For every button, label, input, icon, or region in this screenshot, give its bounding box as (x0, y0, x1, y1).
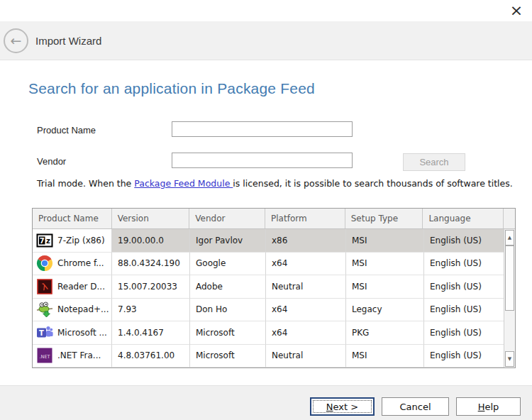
table-vertical-scrollbar[interactable]: ▲ ▼ (504, 229, 515, 368)
cell-platform: x64 (266, 253, 346, 276)
dotnet-icon: .NET (36, 347, 53, 364)
column-header-scrollbar-spacer (504, 209, 515, 228)
scroll-down-icon[interactable]: ▼ (505, 351, 514, 367)
column-header-version[interactable]: Version (112, 209, 190, 228)
cell-setup-type: PKG (346, 321, 424, 345)
cell-language: English (US) (424, 299, 505, 322)
cell-product-name: Notepad+... (57, 304, 109, 314)
table-row[interactable]: .NET .NET Fra... 4.8.03761.00 Microsoft … (33, 345, 505, 368)
package-feed-module-link[interactable]: Package Feed Module (134, 178, 233, 189)
cell-language: English (US) (424, 229, 505, 253)
cancel-button[interactable]: Cancel (382, 397, 449, 416)
cell-product-name: Reader D... (57, 282, 105, 292)
back-arrow-icon[interactable]: ← (4, 28, 28, 53)
table-header-row: Product Name Version Vendor Platform Set… (33, 209, 515, 229)
next-button[interactable]: Next > (310, 397, 375, 416)
cell-version: 4.8.03761.00 (112, 345, 190, 368)
cell-language: English (US) (424, 321, 505, 345)
trial-mode-note: Trial mode. When the Package Feed Module… (37, 178, 513, 189)
column-header-product-name[interactable]: Product Name (33, 209, 112, 228)
cell-product-name: Chrome f... (57, 258, 104, 268)
page-title: Search for an application in Package Fee… (28, 80, 315, 97)
trial-text-prefix: Trial mode. When the (37, 178, 134, 189)
cell-version: 7.93 (112, 299, 190, 322)
trial-text-suffix: is licensed, it is possible to search th… (233, 178, 512, 189)
7zip-icon: 7 z (36, 232, 53, 249)
wizard-title: Import Wizard (35, 21, 101, 60)
titlebar: × (0, 0, 532, 21)
cell-platform: x64 (266, 321, 346, 345)
table-row[interactable]: λ Reader D... 15.007.20033 Adobe Neutral… (33, 275, 505, 299)
dialog-footer: Next > Cancel Help (0, 385, 532, 420)
wizard-header: ← Import Wizard (0, 21, 532, 60)
help-button[interactable]: Help (456, 397, 521, 416)
cell-setup-type: MSI (346, 253, 424, 276)
table-row[interactable]: 7 z 7-Zip (x86) 19.00.00.0 Igor Pavlov x… (33, 229, 505, 253)
cell-version: 15.007.20033 (112, 275, 190, 299)
cell-platform: x86 (266, 229, 346, 253)
search-button[interactable]: Search (403, 153, 465, 171)
column-header-setup-type[interactable]: Setup Type (345, 209, 423, 228)
cell-vendor: Microsoft (190, 321, 266, 345)
cell-version: 88.0.4324.190 (112, 253, 190, 276)
chrome-icon (36, 255, 53, 272)
svg-text:T: T (39, 329, 44, 337)
table-body: 7 z 7-Zip (x86) 19.00.00.0 Igor Pavlov x… (33, 229, 515, 368)
cell-platform: Neutral (266, 275, 346, 299)
cell-product-name: 7-Zip (x86) (57, 236, 105, 245)
product-name-label: Product Name (37, 125, 96, 136)
scroll-up-icon[interactable]: ▲ (505, 230, 514, 245)
svg-text:.NET: .NET (39, 354, 50, 360)
cell-vendor: Adobe (190, 275, 266, 299)
table-row[interactable]: Chrome f... 88.0.4324.190 Google x64 MSI… (33, 253, 505, 276)
adobe-reader-icon: λ (36, 278, 53, 295)
column-header-platform[interactable]: Platform (265, 209, 345, 228)
package-results-table: Product Name Version Vendor Platform Set… (32, 208, 516, 368)
cell-setup-type: MSI (346, 345, 424, 368)
cell-vendor: Don Ho (190, 299, 266, 322)
cell-platform: Neutral (266, 345, 346, 368)
svg-text:7: 7 (40, 236, 45, 244)
cell-setup-type: MSI (346, 275, 424, 299)
cell-language: English (US) (424, 275, 505, 299)
cell-version: 1.4.0.4167 (112, 321, 190, 345)
close-icon[interactable]: × (505, 0, 528, 20)
column-header-language[interactable]: Language (423, 209, 504, 228)
vendor-label: Vendor (37, 156, 66, 167)
cell-version: 19.00.00.0 (112, 229, 190, 253)
table-row[interactable]: T Microsoft ... 1.4.0.4167 Microsoft x64… (33, 321, 505, 345)
cell-vendor: Igor Pavlov (190, 229, 266, 253)
vendor-input[interactable] (172, 153, 353, 168)
product-name-input[interactable] (172, 121, 353, 137)
cell-language: English (US) (424, 253, 505, 276)
cell-product-name: Microsoft ... (57, 328, 107, 338)
column-header-vendor[interactable]: Vendor (189, 209, 265, 228)
cell-setup-type: Legacy (346, 299, 424, 322)
scrollbar-thumb[interactable] (505, 245, 514, 311)
cell-product-name: .NET Fra... (57, 350, 101, 360)
cell-vendor: Google (190, 253, 266, 276)
svg-text:z: z (46, 236, 50, 244)
cell-language: English (US) (424, 345, 505, 368)
microsoft-teams-icon: T (36, 324, 53, 341)
cell-setup-type: MSI (346, 229, 424, 253)
notepad-plus-plus-icon (36, 301, 53, 318)
table-row[interactable]: Notepad+... 7.93 Don Ho x64 Legacy Engli… (33, 299, 505, 322)
cell-platform: x64 (266, 299, 346, 322)
cell-vendor: Microsoft (190, 345, 266, 368)
